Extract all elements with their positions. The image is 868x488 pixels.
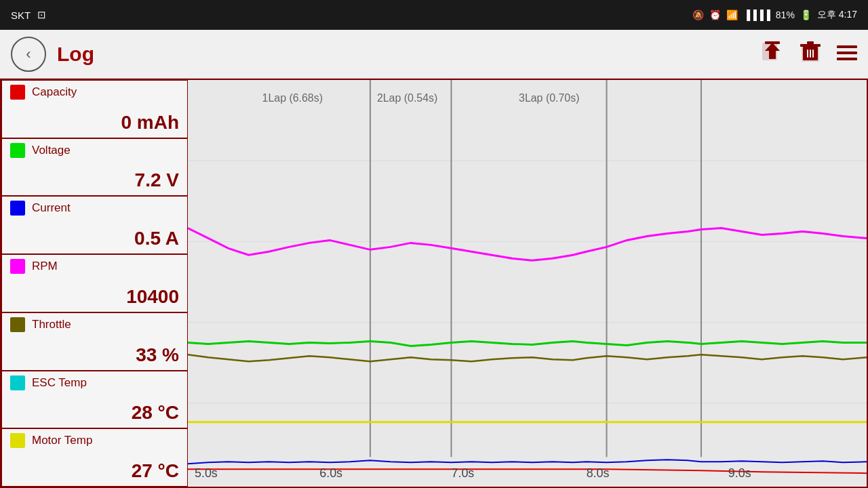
status-left: SKT ⊡ [11,9,46,21]
back-button[interactable]: ‹ [11,37,46,72]
svg-text:7.0s: 7.0s [451,466,474,480]
metric-motor-temp: Motor Temp 27 °C [1,428,188,487]
motor-temp-label: Motor Temp [10,433,179,448]
metric-esc-temp: ESC Temp 28 °C [1,371,188,429]
throttle-value: 33 % [10,344,179,366]
svg-text:8.0s: 8.0s [587,466,610,480]
current-label: Current [10,201,179,216]
page-title: Log [57,43,761,66]
current-color [10,201,25,216]
main-content: Capacity 0 mAh Voltage 7.2 V Current 0.5… [0,79,868,488]
signal-mute-icon: 🔕 [692,9,704,20]
motor-temp-color [10,433,25,448]
metric-rpm: RPM 10400 [1,254,188,312]
svg-text:3Lap (0.70s): 3Lap (0.70s) [519,92,579,104]
battery-percent: 81% [776,9,795,20]
svg-rect-10 [837,45,857,48]
throttle-color [10,317,25,332]
carrier-label: SKT [11,9,31,21]
cell-signal-icon: ▐▐▐▐ [743,9,770,20]
rpm-color [10,259,25,274]
svg-rect-5 [800,44,821,47]
header: ‹ Log [0,30,868,79]
capacity-value: 0 mAh [10,112,179,134]
alarm-icon: ⏰ [709,9,721,20]
sidebar: Capacity 0 mAh Voltage 7.2 V Current 0.5… [1,80,188,487]
svg-text:1Lap (6.68s): 1Lap (6.68s) [262,92,323,104]
capacity-label: Capacity [10,85,179,100]
svg-rect-11 [837,52,857,54]
rpm-value: 10400 [10,286,179,308]
capacity-color [10,85,25,100]
metric-throttle: Throttle 33 % [1,312,188,371]
esc-temp-value: 28 °C [10,402,179,424]
voltage-label: Voltage [10,143,179,158]
svg-text:2Lap (0.54s): 2Lap (0.54s) [377,92,437,104]
header-actions [761,40,857,68]
chart-area: 1Lap (6.68s) 2Lap (0.54s) 3Lap (0.70s) 5… [188,80,867,487]
current-value: 0.5 A [10,228,179,249]
motor-temp-value: 27 °C [10,460,179,482]
svg-text:9.0s: 9.0s [728,466,751,480]
download-icon[interactable] [761,40,784,68]
throttle-label: Throttle [10,317,179,332]
svg-text:5.0s: 5.0s [195,466,218,480]
esc-temp-label: ESC Temp [10,375,179,390]
back-arrow-icon: ‹ [26,45,31,63]
battery-icon: 🔋 [800,9,812,20]
wifi-icon: 📶 [726,9,738,20]
esc-temp-color [10,375,25,390]
svg-rect-7 [807,49,808,58]
metric-current: Current 0.5 A [1,196,188,254]
voltage-color [10,143,25,158]
clock: 오후 4:17 [817,9,857,21]
svg-rect-8 [810,49,811,58]
svg-rect-13 [188,80,867,487]
trash-icon[interactable] [800,40,821,68]
status-bar: SKT ⊡ 🔕 ⏰ 📶 ▐▐▐▐ 81% 🔋 오후 4:17 [0,0,868,30]
svg-rect-6 [807,41,814,44]
metric-capacity: Capacity 0 mAh [1,80,188,138]
svg-text:6.0s: 6.0s [319,466,342,480]
status-right: 🔕 ⏰ 📶 ▐▐▐▐ 81% 🔋 오후 4:17 [692,9,857,21]
screenshot-icon: ⊡ [37,9,46,21]
svg-rect-2 [765,41,780,44]
metric-voltage: Voltage 7.2 V [1,138,188,197]
chart-svg: 1Lap (6.68s) 2Lap (0.54s) 3Lap (0.70s) 5… [188,80,867,487]
rpm-label: RPM [10,259,179,274]
svg-rect-12 [837,58,857,60]
voltage-value: 7.2 V [10,169,179,191]
menu-icon[interactable] [837,43,857,65]
svg-rect-9 [812,49,814,58]
